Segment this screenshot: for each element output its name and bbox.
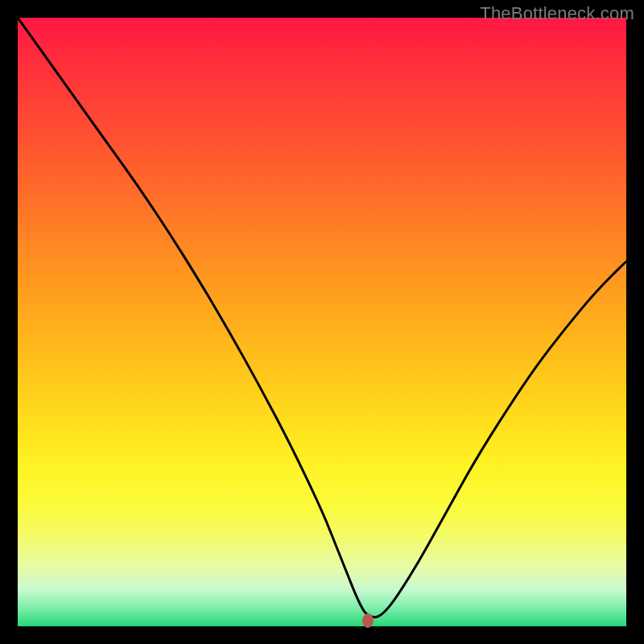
plot-gradient-background bbox=[18, 18, 626, 626]
watermark-text: TheBottleneck.com bbox=[480, 3, 634, 24]
chart-frame: TheBottleneck.com bbox=[0, 0, 644, 644]
optimal-point-marker bbox=[362, 613, 374, 628]
